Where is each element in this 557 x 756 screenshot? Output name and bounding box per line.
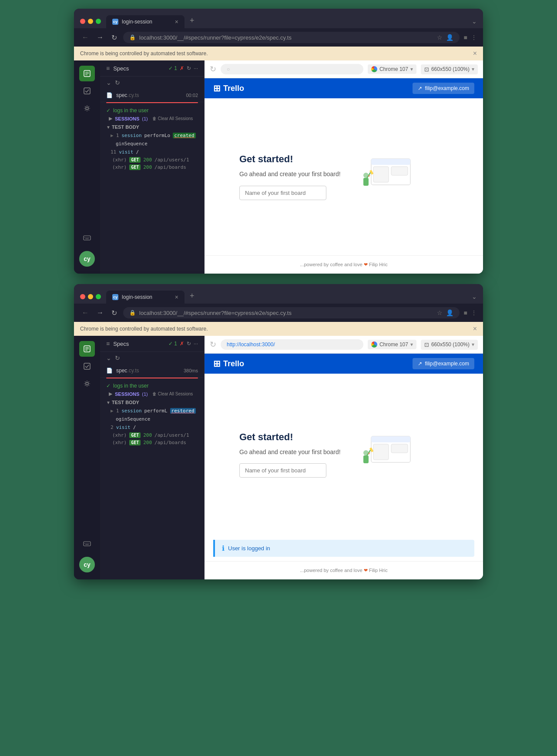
sidebar-runs-icon[interactable] xyxy=(79,83,95,99)
trello-user-btn-2[interactable]: ↗ filip@example.com xyxy=(413,358,474,369)
maximize-dot[interactable] xyxy=(96,19,101,24)
close-dot-2[interactable] xyxy=(80,294,85,299)
trello-app-2: ⊞ Trello ↗ filip@example.com Get started… xyxy=(205,354,483,579)
get-badge-2b: GET xyxy=(129,440,141,445)
sidebar-settings-icon-2[interactable] xyxy=(79,376,95,391)
new-tab-button-1[interactable]: + xyxy=(185,13,200,28)
spec-time-1: 00:02 xyxy=(186,93,198,98)
footer-heart-2: ❤ xyxy=(364,568,368,573)
viewport-badge-2[interactable]: ⊡ 660x550 (100%) ▾ xyxy=(421,340,478,350)
test-counts-1: ✓ 1 ✗ ↻ ··· xyxy=(168,65,198,71)
illustration-2 xyxy=(358,432,415,477)
get-started-text-1: Get started! Go ahead and create your fi… xyxy=(239,154,341,200)
xhr-line-1b: (xhr) GET 200 /api/boards xyxy=(100,164,204,171)
banner-close-1[interactable]: × xyxy=(473,50,477,57)
more-icon-1[interactable]: ⋮ xyxy=(471,34,477,41)
cypress-logo-icon[interactable]: cy xyxy=(79,251,95,267)
address-field-1[interactable]: 🔒 localhost:3000/__/#specs/runner?file=c… xyxy=(123,32,460,43)
panel-refresh-icon[interactable]: ↻ xyxy=(115,79,120,86)
tab-close-1[interactable]: × xyxy=(175,18,178,25)
spec-filename-1: spec.cy.ts xyxy=(116,92,139,98)
tab-menu-1[interactable]: ⌄ xyxy=(472,18,477,25)
extension-icon-1[interactable]: ■ xyxy=(464,34,467,41)
trello-app-1: ⊞ Trello ↗ filip@example.com Get started… xyxy=(205,78,483,274)
chrome-badge-1[interactable]: Chrome 107 ▾ xyxy=(368,64,416,74)
spin-icon-2: ↻ xyxy=(187,341,191,347)
active-tab-1[interactable]: cy login-session × xyxy=(106,15,185,28)
test-cmd-session-1: ▶ 1 session performLo created xyxy=(100,131,204,140)
board-name-input-2[interactable] xyxy=(239,463,326,478)
bookmark-icon-2[interactable]: ☆ xyxy=(437,309,443,316)
time-bar-1 xyxy=(106,102,198,103)
profile-icon[interactable]: 👤 xyxy=(446,34,453,41)
clear-sessions-btn-1[interactable]: 🗑 Clear All Sessions xyxy=(152,116,193,121)
spec-filename-2: spec.cy.ts xyxy=(116,368,139,374)
fail-count-1: ✗ xyxy=(180,65,184,71)
get-started-section-1: Get started! Go ahead and create your fi… xyxy=(239,154,448,200)
test-result-2: ✓ logs in the user xyxy=(100,380,204,390)
banner-close-2[interactable]: × xyxy=(473,325,477,333)
test-cmd-session-2b: oginSequence xyxy=(100,415,204,423)
viewport-badge-1[interactable]: ⊡ 660x550 (100%) ▾ xyxy=(421,64,478,74)
preview-address-1: ○ xyxy=(221,64,363,74)
chrome-badge-2[interactable]: Chrome 107 ▾ xyxy=(368,340,416,349)
time-bar-2 xyxy=(106,378,198,378)
toolbar-icons-1: ■ ⋮ xyxy=(464,34,477,41)
tab-menu-2[interactable]: ⌄ xyxy=(472,293,477,300)
logged-in-banner: ℹ User is logged in xyxy=(213,540,474,557)
minimize-dot[interactable] xyxy=(88,19,93,24)
get-badge-1b: GET xyxy=(129,164,141,170)
chrome-icon-1 xyxy=(371,66,377,72)
browser-window-1: cy login-session × + ⌄ ← → ↻ 🔒 localhost… xyxy=(74,9,483,274)
sidebar-settings-icon[interactable] xyxy=(79,100,95,116)
sidebar-runs-icon-2[interactable] xyxy=(79,358,95,374)
new-tab-button-2[interactable]: + xyxy=(185,288,200,304)
back-button-1[interactable]: ← xyxy=(80,33,91,42)
bookmark-icon[interactable]: ☆ xyxy=(437,34,443,41)
get-started-section-2: Get started! Go ahead and create your fi… xyxy=(239,432,448,478)
tab-favicon-2: cy xyxy=(112,294,118,300)
panel-sub-2: ⌄ ↻ xyxy=(100,352,204,364)
address-field-2[interactable]: 🔒 localhost:3000/__/#specs/runner?file=c… xyxy=(123,307,460,318)
test-counts-2: ✓ 1 ✗ ↻ ··· xyxy=(168,341,198,347)
info-icon: ℹ xyxy=(222,544,225,552)
refresh-button-2[interactable]: ↻ xyxy=(110,308,119,318)
maximize-dot-2[interactable] xyxy=(96,294,101,299)
trello-logo-1: ⊞ Trello xyxy=(213,83,244,94)
xhr-line-1a: (xhr) GET 200 /api/users/1 xyxy=(100,156,204,164)
close-dot[interactable] xyxy=(80,19,85,24)
sidebar-keyboard-icon[interactable] xyxy=(79,230,95,246)
main-area-2: cy ≡ Specs ✓ 1 ✗ ↻ ··· ⌄ ↻ 📄 spec.cy.ts xyxy=(74,336,483,579)
forward-button-2[interactable]: → xyxy=(95,308,105,318)
trello-user-btn-1[interactable]: ↗ filip@example.com xyxy=(413,83,474,94)
extension-icon-2[interactable]: ■ xyxy=(464,309,467,316)
tab-label-1: login-session xyxy=(122,19,152,25)
tab-favicon-1: cy xyxy=(112,19,118,25)
more-icon-2[interactable]: ⋮ xyxy=(471,309,477,316)
clear-sessions-btn-2[interactable]: 🗑 Clear All Sessions xyxy=(152,391,193,396)
logged-in-text: User is logged in xyxy=(228,545,270,552)
get-started-text-2: Get started! Go ahead and create your fi… xyxy=(239,432,341,478)
sidebar-specs-icon-2[interactable] xyxy=(79,341,95,357)
active-tab-2[interactable]: cy login-session × xyxy=(106,291,185,304)
sessions-row-1: ▶ SESSIONS (1) 🗑 Clear All Sessions xyxy=(100,114,204,123)
back-button-2[interactable]: ← xyxy=(80,308,91,318)
profile-icon-2[interactable]: 👤 xyxy=(446,309,453,316)
trello-header-2: ⊞ Trello ↗ filip@example.com xyxy=(205,354,483,374)
spec-item-1[interactable]: 📄 spec.cy.ts 00:02 xyxy=(100,89,204,102)
sidebar-specs-icon[interactable] xyxy=(79,66,95,81)
preview-toolbar-2: ↻ http://localhost:3000/ Chrome 107 ▾ ⊡ … xyxy=(205,336,483,354)
sidebar-keyboard-icon-2[interactable] xyxy=(79,536,95,552)
forward-button-1[interactable]: → xyxy=(95,33,105,42)
panel-sub-1: ⌄ ↻ xyxy=(100,77,204,89)
tab-close-2[interactable]: × xyxy=(175,294,178,301)
spec-time-2: 380ms xyxy=(184,368,198,373)
panel-refresh-icon-2[interactable]: ↻ xyxy=(115,355,120,361)
board-name-input-1[interactable] xyxy=(239,186,326,200)
minimize-dot-2[interactable] xyxy=(88,294,93,299)
pass-count-1: ✓ 1 xyxy=(168,65,177,71)
address-bar-1: ← → ↻ 🔒 localhost:3000/__/#specs/runner?… xyxy=(74,28,483,47)
spec-item-2[interactable]: 📄 spec.cy.ts 380ms xyxy=(100,364,204,378)
cypress-logo-icon-2[interactable]: cy xyxy=(79,557,95,572)
refresh-button-1[interactable]: ↻ xyxy=(110,33,119,43)
